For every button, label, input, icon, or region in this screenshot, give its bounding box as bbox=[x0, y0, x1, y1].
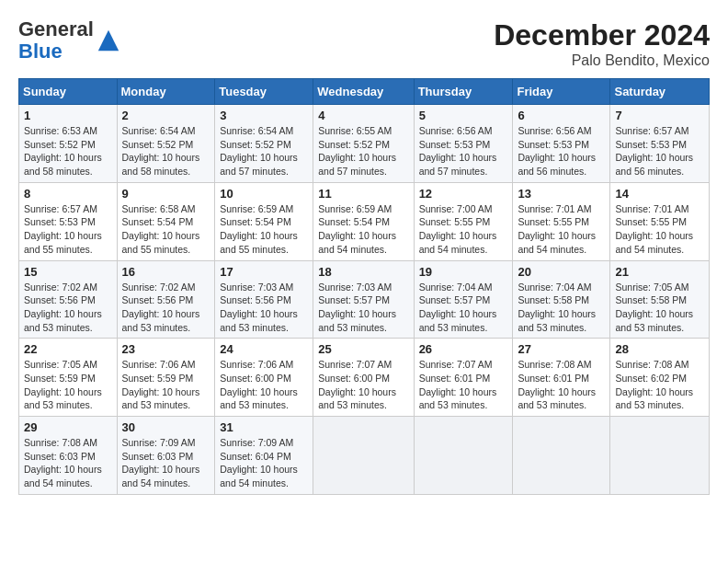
weekday-header: Saturday bbox=[610, 79, 710, 105]
day-info: Sunrise: 7:05 AMSunset: 5:59 PMDaylight:… bbox=[24, 358, 112, 412]
day-info: Sunrise: 7:04 AMSunset: 5:57 PMDaylight:… bbox=[419, 281, 508, 335]
day-info: Sunrise: 6:56 AMSunset: 5:53 PMDaylight:… bbox=[518, 124, 605, 178]
day-number: 3 bbox=[220, 109, 308, 122]
calendar-body: 1Sunrise: 6:53 AMSunset: 5:52 PMDaylight… bbox=[19, 105, 710, 495]
calendar-week-row: 22Sunrise: 7:05 AMSunset: 5:59 PMDayligh… bbox=[19, 339, 710, 417]
calendar-cell bbox=[414, 417, 513, 495]
calendar-cell bbox=[610, 417, 710, 495]
day-number: 27 bbox=[518, 342, 605, 356]
calendar-cell: 9Sunrise: 6:58 AMSunset: 5:54 PMDaylight… bbox=[117, 182, 215, 260]
day-info: Sunrise: 6:54 AMSunset: 5:52 PMDaylight:… bbox=[220, 124, 308, 178]
day-info: Sunrise: 7:07 AMSunset: 6:01 PMDaylight:… bbox=[419, 358, 508, 412]
day-info: Sunrise: 7:01 AMSunset: 5:55 PMDaylight:… bbox=[615, 202, 704, 257]
day-info: Sunrise: 7:08 AMSunset: 6:03 PMDaylight:… bbox=[24, 436, 112, 490]
weekday-row: SundayMondayTuesdayWednesdayThursdayFrid… bbox=[19, 79, 710, 105]
calendar-cell: 30Sunrise: 7:09 AMSunset: 6:03 PMDayligh… bbox=[117, 417, 215, 495]
day-number: 19 bbox=[419, 265, 508, 279]
calendar-cell: 3Sunrise: 6:54 AMSunset: 5:52 PMDaylight… bbox=[215, 105, 313, 183]
calendar-week-row: 29Sunrise: 7:08 AMSunset: 6:03 PMDayligh… bbox=[19, 417, 710, 495]
day-info: Sunrise: 7:09 AMSunset: 6:04 PMDaylight:… bbox=[220, 436, 308, 490]
day-number: 2 bbox=[122, 109, 210, 122]
calendar-cell: 20Sunrise: 7:04 AMSunset: 5:58 PMDayligh… bbox=[513, 260, 610, 339]
calendar-week-row: 8Sunrise: 6:57 AMSunset: 5:53 PMDaylight… bbox=[19, 182, 710, 260]
day-info: Sunrise: 7:01 AMSunset: 5:55 PMDaylight:… bbox=[518, 202, 605, 257]
calendar-table: SundayMondayTuesdayWednesdayThursdayFrid… bbox=[18, 78, 710, 495]
day-number: 24 bbox=[220, 342, 308, 356]
day-number: 21 bbox=[615, 265, 704, 279]
title-block: December 2024 Palo Bendito, Mexico bbox=[494, 18, 710, 69]
weekday-header: Thursday bbox=[414, 79, 513, 105]
page-subtitle: Palo Bendito, Mexico bbox=[494, 52, 710, 69]
calendar-cell: 23Sunrise: 7:06 AMSunset: 5:59 PMDayligh… bbox=[117, 339, 215, 417]
calendar-cell: 21Sunrise: 7:05 AMSunset: 5:58 PMDayligh… bbox=[610, 260, 710, 339]
weekday-header: Friday bbox=[513, 79, 610, 105]
day-number: 20 bbox=[518, 265, 605, 279]
day-number: 17 bbox=[220, 265, 308, 279]
day-info: Sunrise: 7:09 AMSunset: 6:03 PMDaylight:… bbox=[122, 436, 210, 490]
day-number: 13 bbox=[518, 187, 605, 201]
day-number: 7 bbox=[615, 109, 704, 122]
logo-icon bbox=[96, 28, 121, 53]
day-info: Sunrise: 6:57 AMSunset: 5:53 PMDaylight:… bbox=[615, 124, 704, 178]
day-number: 14 bbox=[615, 187, 704, 201]
calendar-cell: 29Sunrise: 7:08 AMSunset: 6:03 PMDayligh… bbox=[19, 417, 118, 495]
day-info: Sunrise: 6:55 AMSunset: 5:52 PMDaylight:… bbox=[318, 124, 408, 178]
calendar-cell: 7Sunrise: 6:57 AMSunset: 5:53 PMDaylight… bbox=[610, 105, 710, 183]
page-header: General Blue December 2024 Palo Bendito,… bbox=[18, 18, 710, 69]
day-info: Sunrise: 7:03 AMSunset: 5:57 PMDaylight:… bbox=[318, 281, 408, 335]
day-info: Sunrise: 6:53 AMSunset: 5:52 PMDaylight:… bbox=[24, 124, 112, 178]
logo-text: General Blue bbox=[18, 18, 94, 63]
calendar-header: SundayMondayTuesdayWednesdayThursdayFrid… bbox=[19, 79, 710, 105]
day-info: Sunrise: 6:59 AMSunset: 5:54 PMDaylight:… bbox=[220, 202, 308, 257]
day-number: 16 bbox=[122, 265, 210, 279]
day-info: Sunrise: 7:06 AMSunset: 6:00 PMDaylight:… bbox=[220, 358, 308, 412]
calendar-cell: 10Sunrise: 6:59 AMSunset: 5:54 PMDayligh… bbox=[215, 182, 313, 260]
day-info: Sunrise: 7:03 AMSunset: 5:56 PMDaylight:… bbox=[220, 281, 308, 335]
day-number: 11 bbox=[318, 187, 408, 201]
svg-marker-0 bbox=[98, 30, 119, 51]
calendar-cell bbox=[513, 417, 610, 495]
day-number: 10 bbox=[220, 187, 308, 201]
weekday-header: Tuesday bbox=[215, 79, 313, 105]
calendar-cell: 2Sunrise: 6:54 AMSunset: 5:52 PMDaylight… bbox=[117, 105, 215, 183]
day-info: Sunrise: 7:06 AMSunset: 5:59 PMDaylight:… bbox=[122, 358, 210, 412]
weekday-header: Monday bbox=[117, 79, 215, 105]
calendar-cell: 4Sunrise: 6:55 AMSunset: 5:52 PMDaylight… bbox=[313, 105, 414, 183]
day-number: 29 bbox=[24, 420, 112, 434]
calendar-cell: 19Sunrise: 7:04 AMSunset: 5:57 PMDayligh… bbox=[414, 260, 513, 339]
calendar-cell: 5Sunrise: 6:56 AMSunset: 5:53 PMDaylight… bbox=[414, 105, 513, 183]
day-number: 28 bbox=[615, 342, 704, 356]
day-number: 25 bbox=[318, 342, 408, 356]
day-number: 12 bbox=[419, 187, 508, 201]
day-info: Sunrise: 6:58 AMSunset: 5:54 PMDaylight:… bbox=[122, 202, 210, 257]
calendar-cell: 25Sunrise: 7:07 AMSunset: 6:00 PMDayligh… bbox=[313, 339, 414, 417]
day-info: Sunrise: 7:02 AMSunset: 5:56 PMDaylight:… bbox=[122, 281, 210, 335]
calendar-cell: 16Sunrise: 7:02 AMSunset: 5:56 PMDayligh… bbox=[117, 260, 215, 339]
day-number: 22 bbox=[24, 342, 112, 356]
calendar-cell: 14Sunrise: 7:01 AMSunset: 5:55 PMDayligh… bbox=[610, 182, 710, 260]
day-number: 18 bbox=[318, 265, 408, 279]
day-number: 6 bbox=[518, 109, 605, 122]
day-info: Sunrise: 7:08 AMSunset: 6:02 PMDaylight:… bbox=[615, 358, 704, 412]
day-info: Sunrise: 6:54 AMSunset: 5:52 PMDaylight:… bbox=[122, 124, 210, 178]
calendar-cell: 22Sunrise: 7:05 AMSunset: 5:59 PMDayligh… bbox=[19, 339, 118, 417]
calendar-cell: 24Sunrise: 7:06 AMSunset: 6:00 PMDayligh… bbox=[215, 339, 313, 417]
calendar-cell: 26Sunrise: 7:07 AMSunset: 6:01 PMDayligh… bbox=[414, 339, 513, 417]
logo: General Blue bbox=[18, 18, 121, 63]
day-number: 8 bbox=[24, 187, 112, 201]
calendar-cell: 11Sunrise: 6:59 AMSunset: 5:54 PMDayligh… bbox=[313, 182, 414, 260]
day-info: Sunrise: 7:02 AMSunset: 5:56 PMDaylight:… bbox=[24, 281, 112, 335]
day-number: 4 bbox=[318, 109, 408, 122]
calendar-week-row: 15Sunrise: 7:02 AMSunset: 5:56 PMDayligh… bbox=[19, 260, 710, 339]
day-number: 5 bbox=[419, 109, 508, 122]
day-number: 23 bbox=[122, 342, 210, 356]
day-number: 1 bbox=[24, 109, 112, 122]
day-info: Sunrise: 6:57 AMSunset: 5:53 PMDaylight:… bbox=[24, 202, 112, 257]
day-number: 15 bbox=[24, 265, 112, 279]
calendar-cell: 12Sunrise: 7:00 AMSunset: 5:55 PMDayligh… bbox=[414, 182, 513, 260]
calendar-cell: 8Sunrise: 6:57 AMSunset: 5:53 PMDaylight… bbox=[19, 182, 118, 260]
calendar-cell: 27Sunrise: 7:08 AMSunset: 6:01 PMDayligh… bbox=[513, 339, 610, 417]
day-number: 31 bbox=[220, 420, 308, 434]
day-info: Sunrise: 6:59 AMSunset: 5:54 PMDaylight:… bbox=[318, 202, 408, 257]
calendar-cell: 18Sunrise: 7:03 AMSunset: 5:57 PMDayligh… bbox=[313, 260, 414, 339]
